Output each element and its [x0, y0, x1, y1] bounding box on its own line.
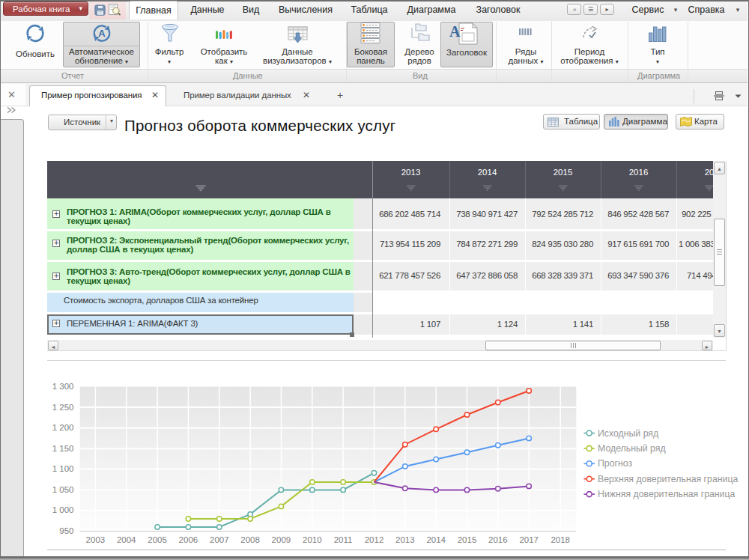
svg-text:2011: 2011	[334, 535, 353, 544]
svg-text:1 250: 1 250	[52, 403, 74, 412]
svg-text:1 100: 1 100	[52, 464, 74, 473]
svg-text:A: A	[98, 28, 106, 39]
svg-text:2007: 2007	[210, 535, 229, 544]
svg-text:2003: 2003	[86, 535, 106, 544]
svg-text:2012: 2012	[365, 535, 384, 544]
svg-text:2013: 2013	[395, 535, 415, 544]
svg-text:2008: 2008	[240, 535, 260, 544]
svg-text:2010: 2010	[303, 535, 322, 544]
svg-text:1 150: 1 150	[52, 444, 74, 453]
svg-text:1 200: 1 200	[52, 423, 74, 432]
svg-text:1 050: 1 050	[52, 485, 74, 494]
svg-text:2009: 2009	[272, 535, 291, 544]
svg-text:Нижняя доверительная граница: Нижняя доверительная граница	[598, 489, 736, 499]
svg-text:A: A	[449, 23, 461, 40]
svg-text:Модельный ряд: Модельный ряд	[598, 443, 666, 454]
svg-text:2016: 2016	[488, 535, 508, 544]
svg-text:2014: 2014	[426, 535, 446, 544]
svg-text:2006: 2006	[179, 535, 198, 544]
svg-text:1 300: 1 300	[52, 382, 74, 391]
svg-text:Верхняя доверительная граница: Верхняя доверительная граница	[598, 474, 738, 484]
svg-text:2005: 2005	[148, 535, 167, 544]
svg-text:2004: 2004	[117, 535, 136, 544]
svg-text:Прогноз: Прогноз	[598, 458, 632, 469]
svg-text:1 000: 1 000	[52, 505, 74, 514]
svg-text:2018: 2018	[551, 535, 570, 544]
svg-text:2017: 2017	[519, 535, 539, 544]
svg-text:2015: 2015	[458, 535, 477, 544]
svg-text:Исходный ряд: Исходный ряд	[598, 428, 658, 439]
svg-text:950: 950	[59, 526, 73, 535]
